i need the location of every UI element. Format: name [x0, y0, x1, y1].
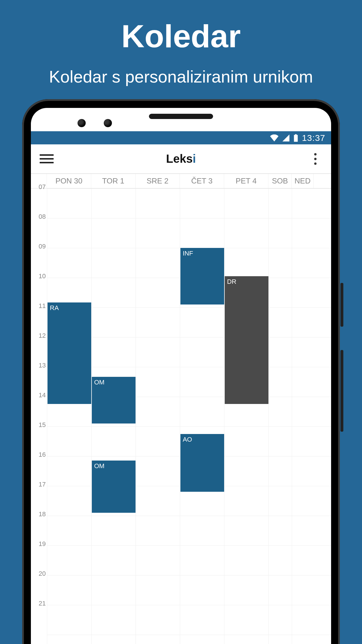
calendar-event[interactable]: AO: [180, 434, 224, 492]
power-button: [340, 283, 343, 327]
calendar-event[interactable]: RA: [48, 302, 91, 404]
calendar-event[interactable]: OM: [92, 461, 136, 513]
more-options-icon[interactable]: [308, 152, 322, 166]
day-header-cell[interactable]: SRE 2: [136, 174, 180, 188]
calendar-grid[interactable]: 070809101112131415161718192021 RAOMOMINF…: [31, 188, 331, 644]
day-header-cell[interactable]: ČET 3: [180, 174, 224, 188]
hour-label: 10: [31, 272, 46, 280]
calendar[interactable]: PON 30TOR 1SRE 2ČET 3PET 4SOBNED 0708091…: [31, 174, 331, 644]
phone-screen: 13:37 Leksi PON 30TOR 1SRE 2ČET 3PET 4SO…: [31, 108, 331, 644]
volume-button: [340, 350, 343, 432]
cellular-icon: [282, 134, 290, 141]
battery-icon: [293, 134, 298, 142]
hour-label: 21: [31, 600, 46, 607]
app-bar: Leksi: [31, 144, 331, 174]
hour-label: 13: [31, 362, 46, 369]
day-column[interactable]: [136, 188, 180, 644]
calendar-event[interactable]: OM: [92, 377, 136, 424]
hour-label: 20: [31, 570, 46, 578]
calendar-event[interactable]: INF: [180, 248, 224, 304]
day-column[interactable]: OMOM: [91, 188, 136, 644]
day-column[interactable]: [292, 188, 314, 644]
day-header-cell[interactable]: TOR 1: [91, 174, 136, 188]
day-column[interactable]: RA: [47, 188, 91, 644]
day-column[interactable]: [268, 188, 292, 644]
app-title-accent: i: [193, 152, 196, 165]
hour-label: 17: [31, 481, 46, 488]
status-bar: 13:37: [31, 131, 331, 144]
wifi-icon: [270, 134, 279, 141]
calendar-columns: RAOMOMINFAODR: [47, 188, 331, 644]
hamburger-menu-icon[interactable]: [40, 152, 54, 166]
phone-frame: 13:37 Leksi PON 30TOR 1SRE 2ČET 3PET 4SO…: [22, 99, 340, 644]
phone-speaker: [149, 114, 213, 119]
hour-label: 19: [31, 540, 46, 548]
phone-camera: [104, 119, 112, 127]
hour-label: 18: [31, 510, 46, 518]
hour-label: 14: [31, 391, 46, 399]
day-header-cell[interactable]: PET 4: [224, 174, 268, 188]
hour-label: 15: [31, 421, 46, 429]
app-title-main: Leks: [166, 152, 193, 165]
status-time: 13:37: [302, 133, 325, 143]
calendar-event[interactable]: DR: [225, 276, 268, 404]
hour-label: 12: [31, 332, 46, 340]
phone-camera: [78, 119, 86, 127]
day-column[interactable]: INFAO: [180, 188, 224, 644]
hour-label: 08: [31, 213, 46, 220]
time-gutter: 070809101112131415161718192021: [31, 188, 47, 644]
day-header-cell[interactable]: NED: [292, 174, 314, 188]
hour-label: 11: [31, 302, 46, 310]
day-header-cell[interactable]: PON 30: [47, 174, 91, 188]
promo-title: Koledar: [0, 18, 362, 55]
day-header-cell[interactable]: SOB: [268, 174, 292, 188]
hour-label: 07: [31, 183, 46, 191]
calendar-day-header: PON 30TOR 1SRE 2ČET 3PET 4SOBNED: [31, 174, 331, 188]
app-title: Leksi: [166, 152, 196, 165]
day-column[interactable]: DR: [224, 188, 268, 644]
hour-label: 09: [31, 243, 46, 250]
hour-label: 16: [31, 451, 46, 459]
promo-subtitle: Koledar s personaliziranim urnikom: [0, 66, 362, 88]
